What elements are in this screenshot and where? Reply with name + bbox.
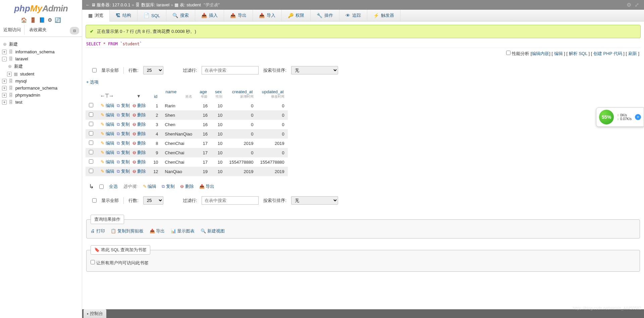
bookmark-all-users-checkbox[interactable] <box>91 260 95 264</box>
filter-input[interactable] <box>202 66 259 74</box>
show-all-checkbox[interactable] <box>92 68 97 72</box>
row-checkbox[interactable] <box>89 131 93 136</box>
col-age[interactable]: age年龄 <box>196 87 211 101</box>
edit-link[interactable]: 编辑 <box>554 51 563 56</box>
docs-icon[interactable]: 📘 <box>39 17 45 23</box>
row-delete[interactable]: ⊖ 删除 <box>132 141 146 146</box>
row-edit[interactable]: ✎ 编辑 <box>101 131 114 136</box>
row-edit[interactable]: ✎ 编辑 <box>101 169 114 174</box>
filter-input-2[interactable] <box>202 196 259 205</box>
row-delete[interactable]: ⊖ 删除 <box>132 122 146 127</box>
row-copy[interactable]: ⧉ 复制 <box>117 141 130 146</box>
row-delete[interactable]: ⊖ 删除 <box>132 112 146 117</box>
tab-触发器[interactable]: ⚡触发器 <box>367 10 400 21</box>
row-delete[interactable]: ⊖ 删除 <box>132 131 146 136</box>
tab-权限[interactable]: 🔑权限 <box>282 10 311 21</box>
bulk-delete[interactable]: ⊖ 删除 <box>180 183 194 190</box>
row-checkbox[interactable] <box>89 112 93 117</box>
db-link[interactable]: mysql <box>15 78 27 84</box>
tab-浏览[interactable]: ▦浏览 <box>82 10 110 21</box>
row-delete[interactable]: ⊖ 删除 <box>132 169 146 174</box>
explain-link[interactable]: 解析 SQL <box>569 51 587 56</box>
server-link[interactable]: 127.0.0.1 <box>112 2 130 7</box>
table-link[interactable]: student <box>20 71 35 76</box>
table-link[interactable]: student <box>186 2 201 7</box>
bulk-edit[interactable]: ✎ 编辑 <box>143 183 157 190</box>
expand-toggle[interactable]: - <box>2 57 7 61</box>
row-edit[interactable]: ✎ 编辑 <box>101 112 114 117</box>
tab-追踪[interactable]: 👁追踪 <box>339 10 367 21</box>
db-link[interactable]: information_schema <box>15 49 55 54</box>
collapse-icon[interactable]: ⤢ <box>633 2 641 8</box>
expand-toggle[interactable]: + <box>2 79 7 84</box>
rows-select[interactable]: 25 <box>143 66 163 74</box>
db-link[interactable]: laravel <box>157 2 169 7</box>
row-copy[interactable]: ⧉ 复制 <box>117 112 130 117</box>
tab-操作[interactable]: 🔧操作 <box>311 10 339 21</box>
db-link[interactable]: performance_schema <box>15 86 58 91</box>
tab-SQL[interactable]: 📄SQL <box>138 10 166 21</box>
row-edit[interactable]: ✎ 编辑 <box>101 150 114 155</box>
new-db-link[interactable]: 新建 <box>9 42 18 47</box>
row-edit[interactable]: ✎ 编辑 <box>101 141 114 146</box>
row-delete[interactable]: ⊖ 删除 <box>132 103 146 108</box>
op-view[interactable]: 🔍 新建视图 <box>201 228 225 233</box>
favorites-tab[interactable]: 表收藏夹 <box>26 25 50 35</box>
db-link[interactable]: phpmyadmin <box>15 93 40 98</box>
op-chart[interactable]: 📊 显示图表 <box>171 228 195 233</box>
new-table-link[interactable]: 新建 <box>14 64 23 69</box>
col-id[interactable]: id <box>150 87 161 101</box>
select-all-checkbox[interactable] <box>99 184 104 189</box>
op-export[interactable]: 📤 导出 <box>150 228 165 233</box>
bulk-copy[interactable]: ⧉ 复制 <box>162 183 175 190</box>
row-copy[interactable]: ⧉ 复制 <box>117 103 130 108</box>
php-link[interactable]: 创建 PHP 代码 <box>593 51 622 56</box>
logout-icon[interactable]: 🚪 <box>30 17 36 23</box>
col-created_at[interactable]: created_at新增时间 <box>226 87 257 101</box>
row-delete[interactable]: ⊖ 删除 <box>132 159 146 164</box>
row-checkbox[interactable] <box>89 150 93 154</box>
expand-toggle[interactable]: + <box>2 86 7 91</box>
row-checkbox[interactable] <box>89 103 93 107</box>
options-link[interactable]: + 选项 <box>86 78 99 87</box>
row-copy[interactable]: ⧉ 复制 <box>117 131 130 136</box>
tab-导出[interactable]: 📤导出 <box>224 10 253 21</box>
row-edit[interactable]: ✎ 编辑 <box>101 103 114 108</box>
show-all-checkbox-2[interactable] <box>92 198 97 203</box>
sort-select-2[interactable]: 无 <box>291 196 338 205</box>
reload-icon[interactable]: 🔄 <box>55 17 61 23</box>
expand-toggle[interactable]: + <box>2 50 7 54</box>
console-toggle[interactable]: ▪控制台 <box>84 309 106 318</box>
tab-结构[interactable]: 🏗结构 <box>110 10 138 21</box>
profiling-checkbox[interactable] <box>506 51 511 55</box>
row-delete[interactable]: ⊖ 删除 <box>132 150 146 155</box>
row-copy[interactable]: ⧉ 复制 <box>117 159 130 164</box>
db-link[interactable]: laravel <box>15 56 28 61</box>
rows-select-2[interactable]: 25 <box>143 196 163 205</box>
col-updated_at[interactable]: updated_at修改时间 <box>257 87 288 101</box>
edit-inline-link[interactable]: 编辑内嵌 <box>532 51 549 56</box>
bulk-export[interactable]: 📤 导出 <box>199 183 215 190</box>
network-monitor[interactable]: 55% ↑0K/s ↓0.07K/s + <box>596 107 644 127</box>
home-icon[interactable]: 🏠 <box>21 17 27 23</box>
op-clipboard[interactable]: 📋 复制到剪贴板 <box>111 228 144 233</box>
tab-搜索[interactable]: 🔍搜索 <box>166 10 195 21</box>
row-checkbox[interactable] <box>89 122 93 126</box>
db-link[interactable]: test <box>15 100 22 105</box>
row-copy[interactable]: ⧉ 复制 <box>117 122 130 127</box>
row-checkbox[interactable] <box>89 159 93 164</box>
select-all-link[interactable]: 全选 <box>109 183 118 190</box>
refresh-link[interactable]: 刷新 <box>628 51 637 56</box>
page-settings-icon[interactable]: ⚙ <box>625 2 633 8</box>
recent-tab[interactable]: 近期访问 <box>0 25 24 35</box>
settings-icon[interactable]: ⚙ <box>48 17 52 23</box>
row-edit[interactable]: ✎ 编辑 <box>101 159 114 164</box>
row-edit[interactable]: ✎ 编辑 <box>101 122 114 127</box>
row-copy[interactable]: ⧉ 复制 <box>117 150 130 155</box>
row-checkbox[interactable] <box>89 169 93 173</box>
expand-toggle[interactable]: + <box>2 93 7 98</box>
tab-插入[interactable]: 📥插入 <box>195 10 224 21</box>
collapse-pill[interactable]: ⊟ <box>70 27 79 35</box>
sort-header[interactable]: ←⊤→ ▼ <box>97 87 150 101</box>
expand-toggle[interactable]: + <box>7 72 12 76</box>
